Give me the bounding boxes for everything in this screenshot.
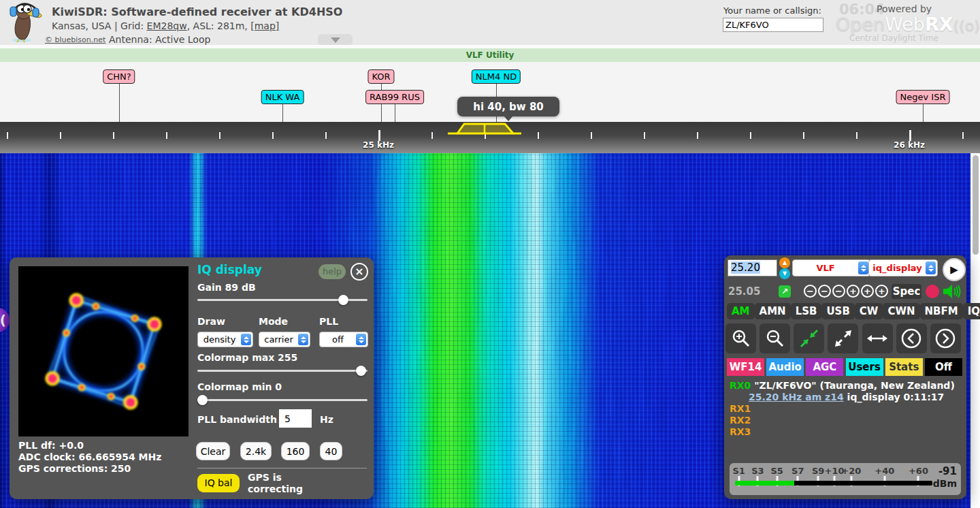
frequency-link-icon[interactable]: ↗ xyxy=(779,285,791,298)
zoom-in-step-button[interactable]: + xyxy=(861,285,874,298)
mode-button-am[interactable]: AM xyxy=(727,303,755,319)
zoom-full-band-icon[interactable] xyxy=(828,323,858,353)
band-select-value: VLF xyxy=(816,263,834,273)
location-text: Kansas, USA | Grid: xyxy=(52,20,147,31)
pll-bandwidth-input[interactable] xyxy=(279,409,312,428)
next-station-button[interactable] xyxy=(930,323,961,353)
play-button[interactable]: ▶ xyxy=(943,258,966,281)
station-label[interactable]: RAB99 RUS xyxy=(365,90,424,104)
zoom-in-step-button[interactable]: + xyxy=(847,285,860,298)
help-button[interactable]: help xyxy=(318,264,346,279)
tab-audio[interactable]: Audio xyxy=(766,358,804,376)
tab-stats[interactable]: Stats xyxy=(885,358,923,376)
station-label[interactable]: Negev ISR xyxy=(896,90,950,104)
gps-corrections-stat: GPS corrections: 250 xyxy=(18,463,161,475)
station-label[interactable]: NLM4 ND xyxy=(472,69,521,84)
draw-select[interactable]: density xyxy=(197,332,253,347)
frequency-up-button[interactable]: ▲ xyxy=(779,257,790,268)
scrollbar-thumb[interactable] xyxy=(973,155,979,255)
zoom-in-step-button[interactable]: + xyxy=(875,285,888,298)
station-label[interactable]: KOR xyxy=(368,69,394,84)
mode-button-amn[interactable]: AMN xyxy=(755,303,791,319)
passband-indicator[interactable] xyxy=(444,122,525,136)
waterfall-nav-buttons xyxy=(725,323,961,353)
scale-tick xyxy=(803,132,804,139)
colormap-min-slider[interactable] xyxy=(197,399,368,401)
smeter-scale-label: +60 xyxy=(909,466,928,476)
pll-select[interactable]: off xyxy=(319,332,368,347)
extension-select[interactable]: iq_display xyxy=(868,259,938,276)
pll-select-value: off xyxy=(332,334,344,345)
extension-select-value: iq_display xyxy=(872,263,921,273)
close-icon[interactable]: × xyxy=(350,263,368,281)
colormap-max-thumb[interactable] xyxy=(356,366,366,376)
passband-tooltip-text: hi 40, bw 80 xyxy=(473,101,544,113)
mode-button-cw[interactable]: CW xyxy=(855,303,883,319)
station-connector xyxy=(395,104,395,122)
smeter-value: -91 xyxy=(938,465,957,477)
gain-slider-thumb[interactable] xyxy=(338,295,348,305)
gps-correcting-status: GPS is correcting xyxy=(248,472,303,495)
zoom-out-step-button[interactable]: − xyxy=(804,285,817,298)
map-link[interactable]: [map] xyxy=(250,20,279,31)
tab-wf14[interactable]: WF14 xyxy=(727,358,764,376)
select-stepper-icon xyxy=(858,261,868,274)
frequency-scale[interactable]: 25 kHz26 kHz xyxy=(0,122,980,153)
powered-by-label: Powered by xyxy=(877,3,932,14)
tab-off[interactable]: Off xyxy=(925,358,962,376)
zoom-out-step-button[interactable]: − xyxy=(818,285,831,298)
scale-tick xyxy=(113,132,114,139)
receiver-location: Kansas, USA | Grid: EM28qw, ASL: 281m, [… xyxy=(52,20,279,31)
user-row: RX1 xyxy=(730,403,955,415)
rx-slot-label: RX3 xyxy=(730,426,751,437)
bandwidth-40-button[interactable]: 40 xyxy=(320,442,342,460)
station-label[interactable]: CHN? xyxy=(103,69,135,84)
zoom-out-step-button[interactable]: − xyxy=(832,285,845,298)
zoom-out-button[interactable] xyxy=(760,323,790,353)
colormap-min-thumb[interactable] xyxy=(197,395,208,405)
band-label: VLF Utility xyxy=(466,50,514,60)
mode-button-usb[interactable]: USB xyxy=(821,303,854,319)
iq-mode-select[interactable]: carrier xyxy=(259,332,310,347)
colormap-max-label: Colormap max 255 xyxy=(197,352,297,363)
gain-slider[interactable] xyxy=(197,299,368,301)
swap-frequency-icon[interactable] xyxy=(862,323,893,353)
band-select[interactable]: VLF xyxy=(792,259,870,276)
callsign-input[interactable] xyxy=(723,18,823,32)
record-button[interactable] xyxy=(926,285,939,298)
frequency-input[interactable]: 25.20 xyxy=(728,259,777,276)
rx-slot-label: RX0 xyxy=(730,380,751,391)
frequency-value: 25.20 xyxy=(731,261,760,274)
frequency-down-button[interactable]: ▼ xyxy=(779,268,790,279)
zoom-to-band-icon[interactable] xyxy=(794,323,824,353)
smeter-scale-label: S3 xyxy=(751,466,764,476)
receiver-title: KiwiSDR: Software-defined receiver at KD… xyxy=(52,5,342,18)
previous-station-button[interactable] xyxy=(896,323,927,353)
header-collapse-button[interactable] xyxy=(318,34,353,46)
scrollbar[interactable] xyxy=(970,153,980,508)
band-bar[interactable]: VLF Utility xyxy=(0,48,980,62)
user-frequency-link[interactable]: 25.20 kHz am z14 xyxy=(749,392,844,402)
mode-button-iq[interactable]: IQ xyxy=(963,303,980,319)
grid-link[interactable]: EM28qw xyxy=(147,20,187,31)
scale-tick xyxy=(378,130,380,141)
bluebison-link[interactable]: © bluebison.net xyxy=(45,35,105,44)
scale-tick xyxy=(697,132,698,139)
mode-button-lsb[interactable]: LSB xyxy=(791,303,822,319)
iq-bal-button[interactable]: IQ bal xyxy=(197,474,240,492)
bandwidth-2k4-button[interactable]: 2.4k xyxy=(240,442,272,460)
bandwidth-160-button[interactable]: 160 xyxy=(281,442,310,460)
scale-tick xyxy=(591,132,592,139)
speaker-icon[interactable] xyxy=(943,283,963,302)
mode-button-cwn[interactable]: CWN xyxy=(883,303,919,319)
colormap-max-slider[interactable] xyxy=(197,370,368,372)
tab-agc[interactable]: AGC xyxy=(806,358,843,376)
draw-label: Draw xyxy=(197,316,225,327)
mode-button-nbfm[interactable]: NBFM xyxy=(920,303,963,319)
zoom-in-button[interactable] xyxy=(725,323,756,353)
clear-button[interactable]: Clear xyxy=(196,442,230,460)
spectrum-button[interactable]: Spec xyxy=(892,284,921,299)
scale-tick xyxy=(644,132,645,139)
tab-users[interactable]: Users xyxy=(846,358,883,376)
station-label[interactable]: NLK WA xyxy=(261,90,304,104)
